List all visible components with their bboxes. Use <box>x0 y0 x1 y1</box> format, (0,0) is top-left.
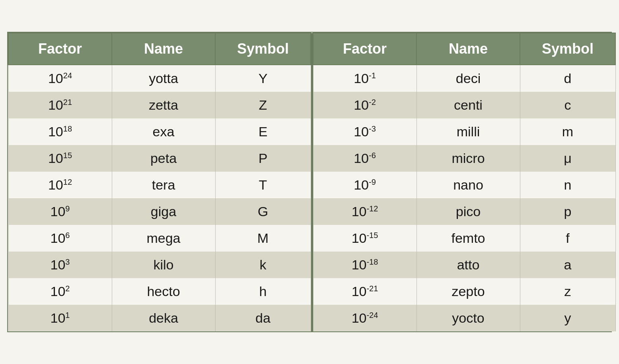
header-factor-right: Factor <box>313 33 417 65</box>
left-name-0: yotta <box>112 65 215 92</box>
right-symbol-4: n <box>520 172 615 198</box>
left-name-1: zetta <box>112 92 215 118</box>
right-factor-7: 10-18 <box>313 252 417 278</box>
right-symbol-1: c <box>520 92 615 118</box>
right-factor-4: 10-9 <box>313 172 417 198</box>
left-symbol-8: h <box>215 278 311 305</box>
left-symbol-5: G <box>215 198 311 225</box>
right-name-3: micro <box>417 145 520 172</box>
left-name-4: tera <box>112 172 215 198</box>
header-factor-left: Factor <box>8 33 112 65</box>
right-symbol-0: d <box>520 65 615 92</box>
left-symbol-3: P <box>215 145 311 172</box>
right-symbol-9: y <box>520 305 615 331</box>
left-name-5: giga <box>112 198 215 225</box>
header-symbol-left: Symbol <box>215 33 311 65</box>
left-name-8: hecto <box>112 278 215 305</box>
right-name-2: milli <box>417 118 520 145</box>
left-symbol-6: M <box>215 225 311 252</box>
right-factor-6: 10-15 <box>313 225 417 252</box>
header-name-right: Name <box>417 33 520 65</box>
left-symbol-1: Z <box>215 92 311 118</box>
right-name-5: pico <box>417 198 520 225</box>
left-symbol-2: E <box>215 118 311 145</box>
left-factor-1: 1021 <box>8 92 112 118</box>
right-name-6: femto <box>417 225 520 252</box>
right-name-0: deci <box>417 65 520 92</box>
left-name-6: mega <box>112 225 215 252</box>
right-factor-8: 10-21 <box>313 278 417 305</box>
left-factor-5: 109 <box>8 198 112 225</box>
left-factor-8: 102 <box>8 278 112 305</box>
left-symbol-7: k <box>215 252 311 278</box>
left-symbol-4: T <box>215 172 311 198</box>
right-symbol-2: m <box>520 118 615 145</box>
left-factor-3: 1015 <box>8 145 112 172</box>
right-factor-1: 10-2 <box>313 92 417 118</box>
left-symbol-9: da <box>215 305 311 331</box>
right-factor-5: 10-12 <box>313 198 417 225</box>
left-name-7: kilo <box>112 252 215 278</box>
left-factor-0: 1024 <box>8 65 112 92</box>
left-name-9: deka <box>112 305 215 331</box>
left-symbol-0: Y <box>215 65 311 92</box>
right-symbol-3: μ <box>520 145 615 172</box>
left-name-3: peta <box>112 145 215 172</box>
right-factor-3: 10-6 <box>313 145 417 172</box>
si-prefixes-table: Factor Name Symbol Factor Name Symbol 10… <box>7 32 612 332</box>
right-factor-2: 10-3 <box>313 118 417 145</box>
left-name-2: exa <box>112 118 215 145</box>
header-name-left: Name <box>112 33 215 65</box>
right-symbol-8: z <box>520 278 615 305</box>
right-factor-9: 10-24 <box>313 305 417 331</box>
right-symbol-6: f <box>520 225 615 252</box>
right-name-9: yocto <box>417 305 520 331</box>
right-symbol-7: a <box>520 252 615 278</box>
right-name-1: centi <box>417 92 520 118</box>
header-symbol-right: Symbol <box>520 33 615 65</box>
left-factor-4: 1012 <box>8 172 112 198</box>
left-factor-9: 101 <box>8 305 112 331</box>
right-name-4: nano <box>417 172 520 198</box>
right-factor-0: 10-1 <box>313 65 417 92</box>
left-factor-7: 103 <box>8 252 112 278</box>
left-factor-6: 106 <box>8 225 112 252</box>
right-name-7: atto <box>417 252 520 278</box>
right-symbol-5: p <box>520 198 615 225</box>
right-name-8: zepto <box>417 278 520 305</box>
left-factor-2: 1018 <box>8 118 112 145</box>
